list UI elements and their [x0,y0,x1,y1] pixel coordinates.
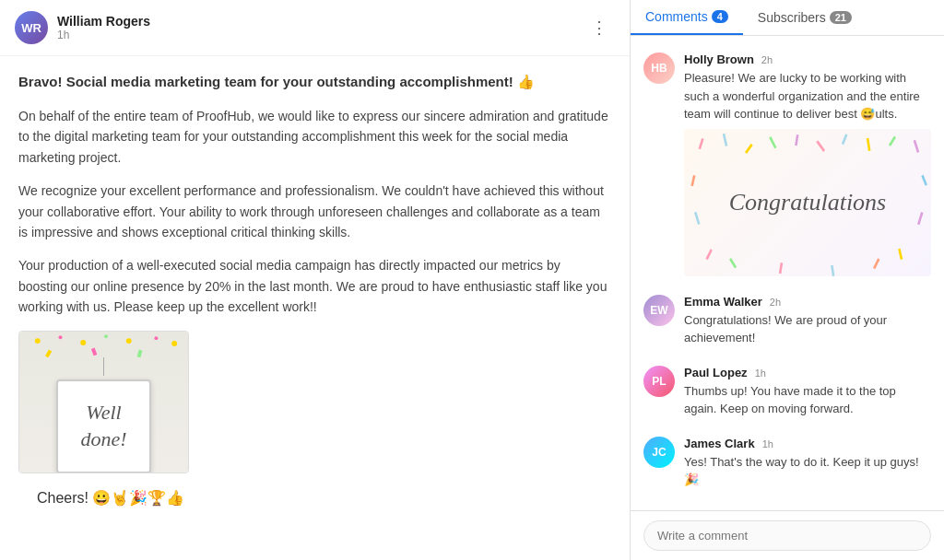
comment-header-holly: Holly Brown 2h [684,52,931,66]
confetti-svg [19,332,188,368]
post-body: Bravo! Social media marketing team for y… [0,56,630,539]
comment-avatar-james: JC [643,437,675,468]
commenter-name-emma: Emma Walker [684,295,762,309]
comment-time-emma: 2h [770,297,781,308]
post-well-done-image: Welldone! [18,331,189,473]
subscribers-tab-label: Subscribers [758,10,826,25]
svg-point-5 [154,336,158,340]
well-done-illustration: Welldone! [19,332,188,472]
comment-content-james: James Clark 1h Yes! That's the way to do… [684,437,931,489]
tab-subscribers[interactable]: Subscribers 21 [743,0,867,35]
svg-rect-12 [745,143,753,153]
congrats-text: Congratulations [729,189,886,216]
post-title: Bravo! Social media marketing team for y… [18,71,611,93]
comment-time-paul: 1h [755,368,766,379]
svg-rect-22 [705,249,712,260]
svg-point-2 [80,340,86,345]
svg-rect-26 [729,257,737,268]
subscribers-badge: 21 [830,11,852,24]
comment-avatar-paul: PL [643,366,675,397]
svg-point-4 [126,338,132,344]
comment-time-holly: 2h [761,54,773,65]
svg-rect-13 [769,135,776,148]
svg-rect-15 [816,140,825,152]
comment-text-holly: Pleasure! We are lucky to be working wit… [684,69,931,123]
post-author-info: William Rogers 1h [57,14,150,41]
svg-rect-10 [699,138,704,149]
comment-header-james: James Clark 1h [684,437,931,450]
svg-rect-18 [889,135,896,146]
svg-rect-25 [917,212,924,225]
post-paragraph-2: We recognize your excellent performance … [18,181,611,242]
svg-rect-16 [842,134,848,145]
comment-time-james: 1h [762,438,773,449]
post-panel: WR William Rogers 1h ⋮ Bravo! Social med… [0,0,631,560]
comments-list: HB Holly Brown 2h Pleasure! We are lucky… [631,36,944,510]
comment-input[interactable] [643,520,931,551]
post-header-left: WR William Rogers 1h [15,11,150,44]
post-author-name: William Rogers [57,14,150,29]
comment-item: HB Holly Brown 2h Pleasure! We are lucky… [631,43,944,286]
svg-point-6 [171,341,177,346]
svg-point-3 [104,334,108,338]
comment-text-emma: Congratulations! We are proud of your ac… [684,311,931,347]
comment-content-paul: Paul Lopez 1h Thumbs up! You have made i… [684,366,931,418]
post-footer: Cheers! 😀🤘🎉🏆👍 [18,486,611,525]
post-author-time: 1h [57,29,150,41]
comment-avatar-emma: EW [643,295,675,326]
post-paragraph-1: On behalf of the entire team of ProofHub… [18,106,611,168]
svg-rect-8 [91,347,97,356]
comment-header-emma: Emma Walker 2h [684,295,931,309]
post-paragraph-3: Your production of a well-executed socia… [18,255,611,317]
svg-rect-19 [914,139,920,152]
comment-avatar-holly: HB [643,52,675,84]
comment-input-area [631,510,944,560]
tabs-header: Comments 4 Subscribers 21 [631,0,944,36]
svg-rect-14 [795,134,798,145]
svg-point-0 [35,338,41,344]
svg-rect-23 [898,248,903,259]
comment-content-holly: Holly Brown 2h Pleasure! We are lucky to… [684,52,931,276]
congratulations-image: Congratulations [684,129,931,276]
svg-rect-11 [723,133,728,146]
tab-comments[interactable]: Comments 4 [631,0,743,35]
commenter-name-holly: Holly Brown [684,52,754,66]
more-options-icon[interactable]: ⋮ [584,14,615,41]
comment-content-emma: Emma Walker 2h Congratulations! We are p… [684,295,931,347]
svg-rect-20 [690,174,695,185]
comment-item: EW Emma Walker 2h Congratulations! We ar… [631,286,944,356]
comment-item: PL Paul Lopez 1h Thumbs up! You have mad… [631,356,944,427]
sign-board: Welldone! [56,379,150,472]
svg-rect-21 [921,174,927,185]
comment-header-paul: Paul Lopez 1h [684,366,931,379]
comments-badge: 4 [712,10,728,23]
comments-tab-label: Comments [645,9,708,24]
svg-point-1 [59,335,63,339]
svg-rect-27 [873,258,879,269]
comment-text-james: Yes! That's the way to do it. Keep it up… [684,453,931,489]
comment-text-paul: Thumbs up! You have made it to the top a… [684,382,931,418]
svg-rect-28 [779,262,783,273]
post-header: WR William Rogers 1h ⋮ [0,0,630,56]
commenter-name-paul: Paul Lopez [684,366,748,379]
commenter-name-james: James Clark [684,437,755,450]
right-panel: Comments 4 Subscribers 21 HB Holly Brown… [631,0,944,560]
svg-rect-17 [867,137,871,150]
well-done-text: Welldone! [80,400,126,452]
comment-item: JC James Clark 1h Yes! That's the way to… [631,427,944,498]
svg-rect-7 [45,349,52,357]
svg-rect-29 [831,264,834,275]
svg-rect-24 [694,211,701,224]
post-author-avatar: WR [15,11,48,44]
svg-rect-9 [137,349,143,357]
